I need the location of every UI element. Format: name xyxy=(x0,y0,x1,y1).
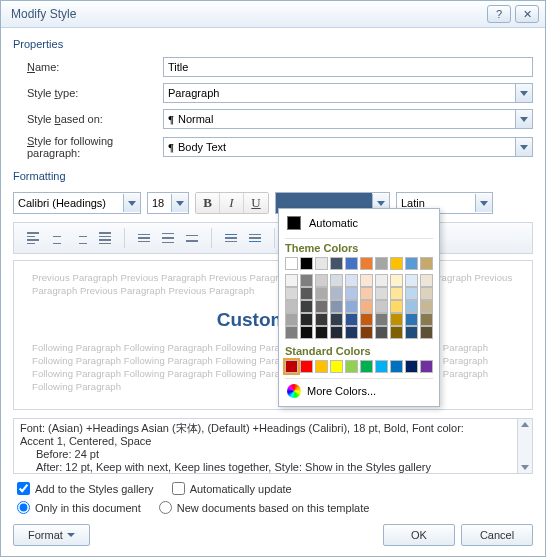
color-swatch[interactable] xyxy=(345,326,358,339)
format-button[interactable]: Format xyxy=(13,524,90,546)
color-swatch[interactable] xyxy=(360,274,373,287)
line-spacing-1-button[interactable] xyxy=(133,228,155,248)
color-swatch[interactable] xyxy=(375,287,388,300)
auto-update-checkbox[interactable]: Automatically update xyxy=(172,482,292,495)
color-swatch[interactable] xyxy=(390,257,403,270)
color-swatch[interactable] xyxy=(405,300,418,313)
color-swatch[interactable] xyxy=(360,300,373,313)
color-swatch[interactable] xyxy=(300,257,313,270)
color-swatch[interactable] xyxy=(360,326,373,339)
color-swatch[interactable] xyxy=(315,326,328,339)
color-swatch[interactable] xyxy=(360,360,373,373)
chevron-down-icon[interactable] xyxy=(171,194,188,212)
font-family-combo[interactable]: Calibri (Headings) xyxy=(13,192,141,214)
color-swatch[interactable] xyxy=(345,360,358,373)
new-documents-radio[interactable]: New documents based on this template xyxy=(159,501,370,514)
color-swatch[interactable] xyxy=(420,274,433,287)
style-follow-combo[interactable]: ¶Body Text xyxy=(163,137,533,157)
add-to-gallery-checkbox[interactable]: Add to the Styles gallery xyxy=(17,482,154,495)
close-button[interactable]: ✕ xyxy=(515,5,539,23)
scrollbar[interactable] xyxy=(517,419,532,473)
color-swatch[interactable] xyxy=(315,313,328,326)
scroll-up-icon[interactable] xyxy=(521,422,529,427)
cancel-button[interactable]: Cancel xyxy=(461,524,533,546)
color-swatch[interactable] xyxy=(420,360,433,373)
chevron-down-icon[interactable] xyxy=(515,110,532,128)
bold-button[interactable]: B xyxy=(196,193,220,213)
underline-button[interactable]: U xyxy=(244,193,268,213)
color-swatch[interactable] xyxy=(390,313,403,326)
color-swatch[interactable] xyxy=(285,360,298,373)
color-swatch[interactable] xyxy=(360,287,373,300)
color-swatch[interactable] xyxy=(405,360,418,373)
color-swatch[interactable] xyxy=(420,257,433,270)
space-before-dec-button[interactable] xyxy=(244,228,266,248)
color-swatch[interactable] xyxy=(345,313,358,326)
ok-button[interactable]: OK xyxy=(383,524,455,546)
chevron-down-icon[interactable] xyxy=(515,84,532,102)
line-spacing-1-5-button[interactable] xyxy=(157,228,179,248)
line-spacing-2-button[interactable] xyxy=(181,228,203,248)
chevron-down-icon[interactable] xyxy=(475,194,492,212)
color-swatch[interactable] xyxy=(390,326,403,339)
chevron-down-icon[interactable] xyxy=(123,194,140,212)
align-left-button[interactable] xyxy=(22,228,44,248)
color-swatch[interactable] xyxy=(300,313,313,326)
more-colors-row[interactable]: More Colors... xyxy=(285,378,433,400)
color-swatch[interactable] xyxy=(390,274,403,287)
automatic-color-row[interactable]: Automatic xyxy=(285,213,433,235)
color-swatch[interactable] xyxy=(330,326,343,339)
color-swatch[interactable] xyxy=(420,313,433,326)
color-swatch[interactable] xyxy=(315,287,328,300)
color-swatch[interactable] xyxy=(330,287,343,300)
color-swatch[interactable] xyxy=(420,287,433,300)
color-swatch[interactable] xyxy=(375,313,388,326)
color-swatch[interactable] xyxy=(300,360,313,373)
color-swatch[interactable] xyxy=(405,257,418,270)
color-swatch[interactable] xyxy=(285,274,298,287)
color-swatch[interactable] xyxy=(315,300,328,313)
color-swatch[interactable] xyxy=(300,326,313,339)
color-swatch[interactable] xyxy=(345,300,358,313)
only-this-document-radio[interactable]: Only in this document xyxy=(17,501,141,514)
color-swatch[interactable] xyxy=(405,313,418,326)
color-swatch[interactable] xyxy=(360,257,373,270)
color-swatch[interactable] xyxy=(330,300,343,313)
align-right-button[interactable] xyxy=(70,228,92,248)
help-button[interactable]: ? xyxy=(487,5,511,23)
color-swatch[interactable] xyxy=(285,313,298,326)
color-swatch[interactable] xyxy=(285,257,298,270)
style-type-combo[interactable]: Paragraph xyxy=(163,83,533,103)
color-swatch[interactable] xyxy=(420,326,433,339)
italic-button[interactable]: I xyxy=(220,193,244,213)
color-swatch[interactable] xyxy=(300,300,313,313)
color-swatch[interactable] xyxy=(315,274,328,287)
color-swatch[interactable] xyxy=(315,360,328,373)
color-swatch[interactable] xyxy=(405,287,418,300)
color-swatch[interactable] xyxy=(375,360,388,373)
chevron-down-icon[interactable] xyxy=(515,138,532,156)
name-input[interactable] xyxy=(163,57,533,77)
color-swatch[interactable] xyxy=(300,287,313,300)
color-swatch[interactable] xyxy=(285,287,298,300)
scroll-down-icon[interactable] xyxy=(521,465,529,470)
color-swatch[interactable] xyxy=(315,257,328,270)
color-swatch[interactable] xyxy=(330,274,343,287)
color-swatch[interactable] xyxy=(285,326,298,339)
color-swatch[interactable] xyxy=(390,287,403,300)
color-swatch[interactable] xyxy=(330,257,343,270)
color-swatch[interactable] xyxy=(420,300,433,313)
color-swatch[interactable] xyxy=(390,360,403,373)
color-swatch[interactable] xyxy=(345,287,358,300)
color-swatch[interactable] xyxy=(345,274,358,287)
space-before-inc-button[interactable] xyxy=(220,228,242,248)
font-size-combo[interactable]: 18 xyxy=(147,192,189,214)
align-center-button[interactable] xyxy=(46,228,68,248)
color-swatch[interactable] xyxy=(360,313,373,326)
color-swatch[interactable] xyxy=(375,274,388,287)
color-swatch[interactable] xyxy=(330,313,343,326)
style-based-combo[interactable]: ¶Normal xyxy=(163,109,533,129)
color-swatch[interactable] xyxy=(285,300,298,313)
align-justify-button[interactable] xyxy=(94,228,116,248)
color-swatch[interactable] xyxy=(405,326,418,339)
